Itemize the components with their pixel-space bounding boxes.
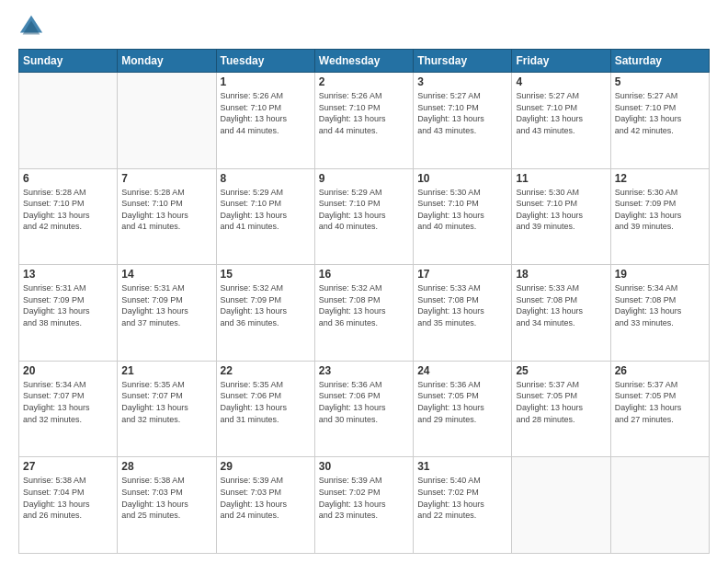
day-number: 9	[319, 172, 409, 185]
day-number: 14	[121, 268, 211, 281]
header-row: SundayMondayTuesdayWednesdayThursdayFrid…	[19, 50, 710, 73]
day-number: 21	[121, 364, 211, 377]
day-cell: 30Sunrise: 5:39 AM Sunset: 7:02 PM Dayli…	[314, 457, 413, 554]
day-number: 31	[417, 460, 507, 473]
day-cell: 22Sunrise: 5:35 AM Sunset: 7:06 PM Dayli…	[216, 361, 314, 457]
day-number: 16	[319, 268, 409, 281]
day-cell: 6Sunrise: 5:28 AM Sunset: 7:10 PM Daylig…	[19, 168, 118, 265]
day-cell: 26Sunrise: 5:37 AM Sunset: 7:05 PM Dayli…	[610, 361, 709, 457]
day-number: 25	[516, 364, 606, 377]
week-row-2: 6Sunrise: 5:28 AM Sunset: 7:10 PM Daylig…	[19, 168, 710, 265]
day-info: Sunrise: 5:29 AM Sunset: 7:10 PM Dayligh…	[319, 187, 409, 233]
day-info: Sunrise: 5:32 AM Sunset: 7:09 PM Dayligh…	[221, 282, 311, 328]
col-header-wednesday: Wednesday	[314, 50, 413, 73]
day-info: Sunrise: 5:36 AM Sunset: 7:06 PM Dayligh…	[319, 379, 409, 425]
day-cell: 24Sunrise: 5:36 AM Sunset: 7:05 PM Dayli…	[414, 361, 512, 457]
day-cell: 18Sunrise: 5:33 AM Sunset: 7:08 PM Dayli…	[512, 265, 610, 362]
day-cell: 15Sunrise: 5:32 AM Sunset: 7:09 PM Dayli…	[216, 265, 314, 362]
day-cell: 3Sunrise: 5:27 AM Sunset: 7:10 PM Daylig…	[414, 73, 512, 169]
day-cell: 25Sunrise: 5:37 AM Sunset: 7:05 PM Dayli…	[512, 361, 610, 457]
day-info: Sunrise: 5:34 AM Sunset: 7:08 PM Dayligh…	[615, 282, 705, 328]
page: SundayMondayTuesdayWednesdayThursdayFrid…	[0, 0, 728, 563]
day-info: Sunrise: 5:37 AM Sunset: 7:05 PM Dayligh…	[615, 379, 705, 425]
day-number: 10	[417, 172, 507, 185]
day-cell: 4Sunrise: 5:27 AM Sunset: 7:10 PM Daylig…	[512, 73, 610, 169]
day-info: Sunrise: 5:35 AM Sunset: 7:07 PM Dayligh…	[121, 379, 211, 425]
col-header-saturday: Saturday	[610, 50, 709, 73]
day-cell: 16Sunrise: 5:32 AM Sunset: 7:08 PM Dayli…	[314, 265, 413, 362]
day-number: 29	[221, 460, 311, 473]
day-info: Sunrise: 5:33 AM Sunset: 7:08 PM Dayligh…	[417, 282, 507, 328]
day-info: Sunrise: 5:31 AM Sunset: 7:09 PM Dayligh…	[23, 282, 113, 328]
day-info: Sunrise: 5:32 AM Sunset: 7:08 PM Dayligh…	[319, 282, 409, 328]
day-info: Sunrise: 5:39 AM Sunset: 7:03 PM Dayligh…	[221, 475, 311, 521]
day-cell: 9Sunrise: 5:29 AM Sunset: 7:10 PM Daylig…	[314, 168, 413, 265]
day-cell: 17Sunrise: 5:33 AM Sunset: 7:08 PM Dayli…	[414, 265, 512, 362]
day-number: 24	[417, 364, 507, 377]
day-cell	[19, 73, 118, 169]
day-number: 11	[516, 172, 606, 185]
calendar-table: SundayMondayTuesdayWednesdayThursdayFrid…	[18, 49, 710, 554]
day-info: Sunrise: 5:28 AM Sunset: 7:10 PM Dayligh…	[121, 187, 211, 233]
day-cell	[512, 457, 610, 554]
week-row-3: 13Sunrise: 5:31 AM Sunset: 7:09 PM Dayli…	[19, 265, 710, 362]
week-row-4: 20Sunrise: 5:34 AM Sunset: 7:07 PM Dayli…	[19, 361, 710, 457]
day-number: 27	[23, 460, 113, 473]
day-cell: 28Sunrise: 5:38 AM Sunset: 7:03 PM Dayli…	[118, 457, 216, 554]
day-number: 8	[221, 172, 311, 185]
day-cell	[118, 73, 216, 169]
day-info: Sunrise: 5:29 AM Sunset: 7:10 PM Dayligh…	[221, 187, 311, 233]
week-row-1: 1Sunrise: 5:26 AM Sunset: 7:10 PM Daylig…	[19, 73, 710, 169]
day-cell: 19Sunrise: 5:34 AM Sunset: 7:08 PM Dayli…	[610, 265, 709, 362]
day-number: 12	[615, 172, 705, 185]
day-number: 2	[319, 75, 409, 88]
day-info: Sunrise: 5:30 AM Sunset: 7:10 PM Dayligh…	[417, 187, 507, 233]
day-cell: 29Sunrise: 5:39 AM Sunset: 7:03 PM Dayli…	[216, 457, 314, 554]
col-header-monday: Monday	[118, 50, 216, 73]
day-cell: 23Sunrise: 5:36 AM Sunset: 7:06 PM Dayli…	[314, 361, 413, 457]
col-header-thursday: Thursday	[414, 50, 512, 73]
day-cell: 27Sunrise: 5:38 AM Sunset: 7:04 PM Dayli…	[19, 457, 118, 554]
day-number: 17	[417, 268, 507, 281]
day-cell: 13Sunrise: 5:31 AM Sunset: 7:09 PM Dayli…	[19, 265, 118, 362]
day-info: Sunrise: 5:28 AM Sunset: 7:10 PM Dayligh…	[23, 187, 113, 233]
day-info: Sunrise: 5:38 AM Sunset: 7:03 PM Dayligh…	[121, 475, 211, 521]
logo-icon	[18, 14, 44, 40]
day-number: 19	[615, 268, 705, 281]
day-cell: 21Sunrise: 5:35 AM Sunset: 7:07 PM Dayli…	[118, 361, 216, 457]
day-number: 5	[615, 75, 705, 88]
day-info: Sunrise: 5:38 AM Sunset: 7:04 PM Dayligh…	[23, 475, 113, 521]
day-info: Sunrise: 5:27 AM Sunset: 7:10 PM Dayligh…	[417, 90, 507, 136]
day-number: 13	[23, 268, 113, 281]
col-header-friday: Friday	[512, 50, 610, 73]
day-cell	[610, 457, 709, 554]
day-info: Sunrise: 5:39 AM Sunset: 7:02 PM Dayligh…	[319, 475, 409, 521]
col-header-tuesday: Tuesday	[216, 50, 314, 73]
day-cell: 5Sunrise: 5:27 AM Sunset: 7:10 PM Daylig…	[610, 73, 709, 169]
day-cell: 12Sunrise: 5:30 AM Sunset: 7:09 PM Dayli…	[610, 168, 709, 265]
day-info: Sunrise: 5:33 AM Sunset: 7:08 PM Dayligh…	[516, 282, 606, 328]
day-info: Sunrise: 5:30 AM Sunset: 7:09 PM Dayligh…	[615, 187, 705, 233]
day-number: 28	[121, 460, 211, 473]
day-number: 4	[516, 75, 606, 88]
day-number: 22	[221, 364, 311, 377]
day-info: Sunrise: 5:37 AM Sunset: 7:05 PM Dayligh…	[516, 379, 606, 425]
day-number: 23	[319, 364, 409, 377]
col-header-sunday: Sunday	[19, 50, 118, 73]
logo	[18, 14, 48, 40]
day-number: 3	[417, 75, 507, 88]
day-cell: 14Sunrise: 5:31 AM Sunset: 7:09 PM Dayli…	[118, 265, 216, 362]
day-cell: 1Sunrise: 5:26 AM Sunset: 7:10 PM Daylig…	[216, 73, 314, 169]
day-info: Sunrise: 5:31 AM Sunset: 7:09 PM Dayligh…	[121, 282, 211, 328]
day-cell: 11Sunrise: 5:30 AM Sunset: 7:10 PM Dayli…	[512, 168, 610, 265]
day-cell: 31Sunrise: 5:40 AM Sunset: 7:02 PM Dayli…	[414, 457, 512, 554]
day-number: 1	[221, 75, 311, 88]
day-cell: 8Sunrise: 5:29 AM Sunset: 7:10 PM Daylig…	[216, 168, 314, 265]
header	[18, 14, 710, 40]
day-cell: 10Sunrise: 5:30 AM Sunset: 7:10 PM Dayli…	[414, 168, 512, 265]
day-number: 7	[121, 172, 211, 185]
day-number: 6	[23, 172, 113, 185]
day-info: Sunrise: 5:26 AM Sunset: 7:10 PM Dayligh…	[319, 90, 409, 136]
day-number: 30	[319, 460, 409, 473]
day-cell: 20Sunrise: 5:34 AM Sunset: 7:07 PM Dayli…	[19, 361, 118, 457]
